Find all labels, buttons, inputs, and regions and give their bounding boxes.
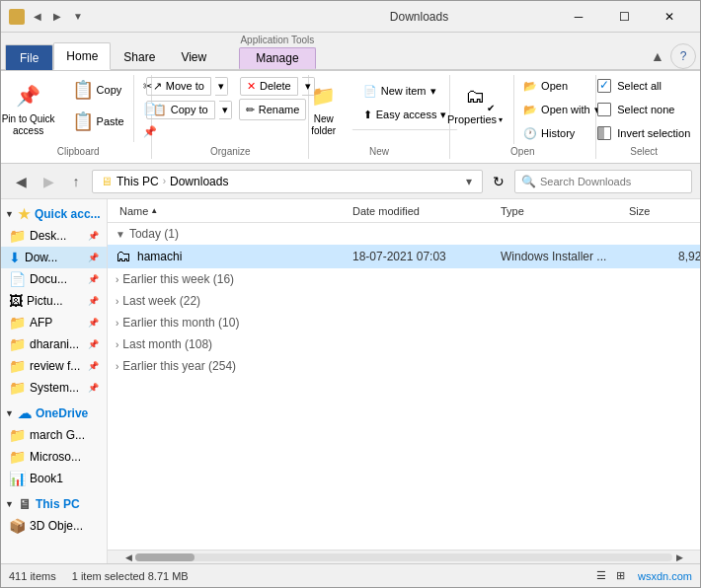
sidebar-item-book1[interactable]: 📊 Book1 bbox=[1, 468, 107, 489]
minimize-button[interactable]: ─ bbox=[556, 1, 601, 33]
select-all-icon: ✓ bbox=[597, 79, 611, 93]
delete-label: Delete bbox=[260, 80, 291, 92]
quick-access-back[interactable]: ◀ bbox=[29, 8, 46, 25]
up-button[interactable]: ↑ bbox=[64, 170, 88, 193]
ribbon-group-organize: ↗ Move to ▾ ✕ Delete ▾ bbox=[156, 75, 309, 159]
search-input[interactable] bbox=[540, 176, 685, 187]
sidebar-item-pictures[interactable]: 🖼 Pictu... 📌 bbox=[1, 290, 107, 312]
paste-button[interactable]: 📋 Paste bbox=[66, 107, 129, 136]
properties-button[interactable]: 🗂 ✔ Properties ▾ bbox=[440, 75, 509, 130]
breadcrumb-downloads[interactable]: Downloads bbox=[170, 175, 228, 188]
large-icons-view-btn[interactable]: ⊞ bbox=[612, 567, 630, 585]
last-month-chevron: › bbox=[116, 339, 118, 350]
group-earlier-year-header[interactable]: › Earlier this year (254) bbox=[108, 355, 700, 377]
open-label: Open bbox=[541, 80, 568, 92]
status-right: ☰ ⊞ wsxdn.com bbox=[592, 567, 692, 585]
copy-button[interactable]: 📋 Copy bbox=[66, 75, 129, 105]
back-button[interactable]: ◀ bbox=[9, 170, 33, 193]
file-row-hamachi[interactable]: 🗂 hamachi 18-07-2021 07:03 Windows Insta… bbox=[108, 245, 700, 268]
rename-label: Rename bbox=[259, 104, 300, 115]
new-item-icon: 📄 bbox=[363, 85, 377, 98]
pin-to-quick-access-button[interactable]: 📌 Pin to Quickaccess bbox=[0, 75, 62, 142]
folder-icon bbox=[9, 9, 25, 25]
title-bar: ◀ ▶ ▼ Downloads ─ ☐ ✕ bbox=[1, 1, 700, 33]
ribbon-collapse-btn[interactable]: ▲ bbox=[645, 43, 670, 69]
breadcrumb-dropdown[interactable]: ▾ bbox=[464, 175, 474, 188]
sidebar-item-review[interactable]: 📁 review f... 📌 bbox=[1, 355, 107, 377]
tab-share[interactable]: Share bbox=[111, 43, 168, 69]
select-all-button[interactable]: ✓ Select all bbox=[592, 75, 666, 97]
history-label: History bbox=[541, 127, 575, 139]
refresh-button[interactable]: ↻ bbox=[487, 170, 510, 193]
sidebar-item-documents[interactable]: 📄 Docu... 📌 bbox=[1, 268, 107, 290]
group-earlier-week-header[interactable]: › Earlier this week (16) bbox=[108, 268, 700, 290]
close-button[interactable]: ✕ bbox=[647, 1, 692, 33]
select-none-button[interactable]: Select none bbox=[592, 99, 679, 120]
clipboard-label: Clipboard bbox=[57, 146, 100, 157]
group-last-month: › Last month (108) bbox=[108, 333, 700, 355]
copy-to-main[interactable]: 📋 Copy to bbox=[146, 101, 215, 119]
paste-icon: 📋 bbox=[71, 110, 95, 133]
new-item-main[interactable]: 📄 New item ▾ bbox=[358, 80, 452, 102]
tab-file[interactable]: File bbox=[5, 44, 53, 70]
quick-access-forward[interactable]: ▶ bbox=[48, 8, 66, 25]
quick-access-down[interactable]: ▼ bbox=[68, 8, 88, 25]
sidebar-item-system[interactable]: 📁 System... 📌 bbox=[1, 377, 107, 399]
col-name[interactable]: Name ▲ bbox=[116, 205, 352, 217]
system-pin: 📌 bbox=[88, 383, 99, 393]
breadcrumb-thispc[interactable]: This PC bbox=[117, 175, 159, 188]
desktop-folder-icon: 📁 bbox=[9, 228, 26, 244]
sidebar-item-3dobjects[interactable]: 📦 3D Obje... bbox=[1, 515, 107, 537]
group-today-header[interactable]: ▼ Today (1) bbox=[108, 223, 700, 245]
sidebar-item-afp[interactable]: 📁 AFP 📌 bbox=[1, 312, 107, 333]
documents-label: Docu... bbox=[30, 272, 67, 286]
tab-home[interactable]: Home bbox=[53, 42, 111, 70]
scrollbar-track[interactable] bbox=[135, 553, 672, 561]
new-folder-button[interactable]: 📁 Newfolder bbox=[300, 75, 348, 142]
ribbon-content: 📌 Pin to Quickaccess 📋 Copy 📋 Paste bbox=[1, 70, 700, 163]
col-size[interactable]: Size bbox=[629, 205, 700, 217]
scrollbar-thumb[interactable] bbox=[135, 553, 195, 561]
invert-selection-button[interactable]: Invert selection bbox=[592, 122, 695, 144]
copy-to-arrow[interactable]: ▾ bbox=[219, 101, 232, 119]
title-bar-left: ◀ ▶ ▼ bbox=[9, 8, 282, 25]
tab-manage[interactable]: Manage bbox=[239, 47, 315, 69]
copy-to-icon: 📋 bbox=[153, 104, 167, 116]
open-items: 🗂 ✔ Properties ▾ 📂 Open bbox=[440, 75, 605, 144]
onedrive-header[interactable]: ▼ ☁ OneDrive bbox=[1, 403, 107, 424]
group-last-month-header[interactable]: › Last month (108) bbox=[108, 333, 700, 355]
properties-icon: 🗂 ✔ bbox=[459, 80, 491, 111]
scroll-left-arrow[interactable]: ◀ bbox=[121, 551, 135, 564]
move-to-button[interactable]: ↗ Move to ▾ bbox=[141, 75, 233, 97]
thispc-header[interactable]: ▼ 🖥 This PC bbox=[1, 493, 107, 515]
group-last-week-header[interactable]: › Last week (22) bbox=[108, 290, 700, 312]
search-icon: 🔍 bbox=[521, 175, 536, 188]
sidebar-item-microsoft[interactable]: 📁 Microso... bbox=[1, 446, 107, 468]
delete-main[interactable]: ✕ Delete bbox=[240, 77, 298, 96]
move-to-main[interactable]: ↗ Move to bbox=[146, 77, 211, 96]
forward-button[interactable]: ▶ bbox=[37, 170, 60, 193]
group-earlier-month-header[interactable]: › Earlier this month (10) bbox=[108, 312, 700, 333]
details-view-btn[interactable]: ☰ bbox=[592, 567, 610, 585]
easy-access-button[interactable]: ⬆ Easy access ▾ bbox=[358, 104, 452, 125]
dharani-icon: 📁 bbox=[9, 336, 26, 352]
move-to-arrow[interactable]: ▾ bbox=[215, 77, 228, 96]
breadcrumb[interactable]: 🖥 This PC › Downloads ▾ bbox=[92, 170, 483, 193]
afp-pin: 📌 bbox=[88, 318, 99, 328]
maximize-button[interactable]: ☐ bbox=[601, 1, 647, 33]
copy-to-button[interactable]: 📋 Copy to ▾ bbox=[141, 99, 237, 120]
sidebar-item-march[interactable]: 📁 march G... bbox=[1, 424, 107, 446]
sidebar-item-dharani[interactable]: 📁 dharani... 📌 bbox=[1, 333, 107, 355]
new-folder-icon: 📁 bbox=[308, 80, 340, 111]
rename-button[interactable]: ✏ Rename bbox=[239, 99, 307, 120]
tab-view[interactable]: View bbox=[168, 43, 219, 69]
col-date[interactable]: Date modified bbox=[352, 205, 501, 217]
scroll-right-arrow[interactable]: ▶ bbox=[672, 551, 686, 564]
help-button[interactable]: ? bbox=[670, 43, 696, 69]
select-items: ✓ Select all Select none Invert selectio… bbox=[592, 75, 695, 144]
title-bar-nav: ◀ ▶ ▼ bbox=[29, 8, 88, 25]
quick-access-header[interactable]: ▼ ★ Quick acc... bbox=[1, 203, 107, 225]
sidebar-item-downloads[interactable]: ⬇ Dow... 📌 bbox=[1, 247, 107, 268]
col-type[interactable]: Type bbox=[501, 205, 629, 217]
sidebar-item-desktop[interactable]: 📁 Desk... 📌 bbox=[1, 225, 107, 247]
